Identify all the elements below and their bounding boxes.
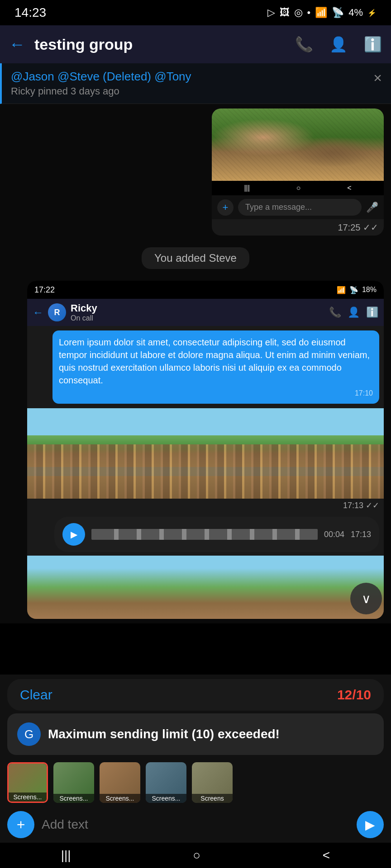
thumb-label-5: Screens bbox=[192, 794, 233, 803]
system-message: You added Steve bbox=[0, 240, 391, 276]
thumbnails-strip[interactable]: Screens... Screens... Screens... Screens… bbox=[0, 759, 391, 807]
inner-mic-icon: 🎤 bbox=[366, 202, 378, 213]
audio-play-button[interactable]: ▶ bbox=[62, 523, 85, 546]
inner-nav-home: ○ bbox=[296, 184, 301, 192]
message-time-1: 17:25 ✓✓ bbox=[212, 219, 384, 236]
status-icons: ▷ 🖼 ◎ • 📶 📡 4% ⚡ bbox=[267, 7, 377, 19]
status-time: 14:23 bbox=[14, 5, 46, 20]
audio-message: ▶ 00:04 17:13 bbox=[54, 517, 379, 552]
nested-battery-pct: 18% bbox=[362, 286, 377, 294]
thumb-label-4: Screens... bbox=[146, 794, 186, 803]
play-icon: ▷ bbox=[267, 7, 275, 19]
nested-bottom-image bbox=[27, 556, 384, 619]
status-bar: 14:23 ▷ 🖼 ◎ • 📶 📡 4% ⚡ bbox=[0, 0, 391, 25]
nested-back-icon: ← bbox=[33, 306, 43, 319]
page-title: testing group bbox=[34, 36, 279, 53]
nav-home-icon[interactable]: ○ bbox=[193, 848, 200, 863]
back-button[interactable]: ← bbox=[9, 35, 25, 54]
nested-image-time: 17:13 ✓✓ bbox=[27, 499, 384, 513]
nested-signal: 📡 bbox=[349, 286, 358, 294]
battery-text: 4% bbox=[348, 7, 363, 19]
thumb-label-2: Screens... bbox=[53, 794, 94, 803]
image-icon: 🖼 bbox=[280, 7, 290, 19]
pinned-mentions: @Jason @Steve (Deleted) @Tony bbox=[11, 70, 366, 84]
nested-phone-header: ← R Ricky On call 📞 👤 ℹ️ bbox=[27, 299, 384, 326]
nav-menu-icon[interactable]: ||| bbox=[61, 848, 71, 863]
toast-message-text: Maximum sending limit (10) exceeded! bbox=[48, 726, 280, 743]
clear-bar: Clear 12/10 bbox=[7, 679, 384, 711]
system-nav-bar: ||| ○ < bbox=[0, 843, 391, 868]
nested-info-icon: ℹ️ bbox=[366, 307, 378, 318]
wifi-icon: 📶 bbox=[315, 7, 327, 19]
aerial-city-image bbox=[27, 408, 384, 499]
bottom-panel: Clear 12/10 G Maximum sending limit (10)… bbox=[0, 675, 391, 843]
inner-input-row: + Type a message... 🎤 bbox=[212, 195, 384, 219]
battery-icon: ⚡ bbox=[367, 9, 377, 17]
city-buildings bbox=[27, 444, 384, 499]
count-badge: 12/10 bbox=[337, 687, 371, 703]
send-button[interactable]: ▶ bbox=[357, 811, 384, 838]
inner-nav-bar: ||| ○ < bbox=[212, 181, 384, 195]
add-text-bar: + ▶ bbox=[0, 807, 391, 843]
audio-time: 17:13 bbox=[351, 530, 371, 539]
nested-status-bar: 17:22 📶 📡 18% bbox=[27, 281, 384, 299]
inner-nav-menu: ||| bbox=[244, 184, 249, 192]
nested-status-icons: 📶 📡 18% bbox=[337, 286, 377, 294]
circle-icon: ◎ bbox=[294, 7, 303, 19]
image-overlay bbox=[212, 108, 384, 181]
nested-message-bubble: Lorem ipsum dolor sit amet, consectetur … bbox=[52, 330, 379, 404]
nested-avatar: R bbox=[48, 303, 66, 321]
audio-waveform bbox=[91, 529, 318, 540]
close-pinned-button[interactable]: × bbox=[373, 70, 382, 86]
send-icon: ▶ bbox=[365, 817, 375, 832]
pinned-text-block[interactable]: @Jason @Steve (Deleted) @Tony Ricky pinn… bbox=[11, 70, 366, 97]
nested-header-icons: 📞 👤 ℹ️ bbox=[329, 307, 378, 318]
inner-plus-icon: + bbox=[217, 199, 234, 216]
nested-contact-info: Ricky On call bbox=[71, 302, 324, 322]
pinned-subtitle: Ricky pinned 3 days ago bbox=[11, 85, 366, 97]
nested-time: 17:22 bbox=[34, 285, 55, 295]
nested-call-icon: 📞 bbox=[329, 307, 341, 318]
signal-icon: 📡 bbox=[332, 7, 344, 19]
nested-msg-time: 17:10 bbox=[59, 388, 373, 398]
add-user-button[interactable]: 👤 bbox=[329, 36, 348, 53]
chat-header: ← testing group 📞 👤 ℹ️ bbox=[0, 25, 391, 63]
nested-contact-name: Ricky bbox=[71, 302, 324, 314]
toast-icon-letter: G bbox=[24, 727, 33, 741]
plus-icon: + bbox=[17, 816, 25, 833]
nested-contact-status: On call bbox=[71, 314, 324, 322]
audio-duration: 00:04 bbox=[324, 530, 344, 539]
scroll-down-button[interactable]: ∨ bbox=[350, 583, 382, 614]
message-bubble-screenshot: ||| ○ < + Type a message... 🎤 17:25 ✓✓ bbox=[0, 104, 391, 240]
info-button[interactable]: ℹ️ bbox=[364, 36, 382, 53]
thumbnail-item-1[interactable]: Screens... bbox=[7, 762, 48, 803]
thumb-label-1: Screens... bbox=[9, 793, 47, 802]
chat-area: ||| ○ < + Type a message... 🎤 17:25 ✓✓ Y… bbox=[0, 104, 391, 623]
nested-msg-text: Lorem ipsum dolor sit amet, consectetur … bbox=[59, 336, 373, 387]
clear-button[interactable]: Clear bbox=[20, 687, 52, 703]
nav-back-icon[interactable]: < bbox=[323, 848, 330, 863]
toast-icon: G bbox=[17, 722, 41, 746]
thumb-label-3: Screens... bbox=[100, 794, 140, 803]
inner-nav-back: < bbox=[347, 184, 351, 192]
toast-notification: G Maximum sending limit (10) exceeded! bbox=[7, 713, 384, 755]
thumbnail-item-4[interactable]: Screens... bbox=[146, 762, 186, 803]
chevron-down-icon: ∨ bbox=[362, 591, 371, 606]
inner-phone-card: ||| ○ < + Type a message... 🎤 17:25 ✓✓ bbox=[212, 108, 384, 236]
inner-phone-image bbox=[212, 108, 384, 181]
call-button[interactable]: 📞 bbox=[295, 36, 313, 53]
thumbnail-item-5[interactable]: Screens bbox=[192, 762, 233, 803]
thumbnail-item-2[interactable]: Screens... bbox=[53, 762, 94, 803]
thumbnail-item-3[interactable]: Screens... bbox=[100, 762, 140, 803]
inner-message-input: Type a message... bbox=[238, 199, 362, 216]
dot-icon: • bbox=[307, 7, 311, 19]
add-plus-button[interactable]: + bbox=[7, 811, 34, 838]
system-message-text: You added Steve bbox=[142, 247, 249, 269]
add-text-input[interactable] bbox=[42, 817, 349, 832]
nested-wifi: 📶 bbox=[337, 286, 346, 294]
nested-phone-screenshot: 17:22 📶 📡 18% ← R Ricky On call 📞 👤 ℹ️ L… bbox=[27, 281, 384, 619]
pinned-banner: @Jason @Steve (Deleted) @Tony Ricky pinn… bbox=[0, 63, 391, 104]
nested-user-icon: 👤 bbox=[348, 307, 360, 318]
